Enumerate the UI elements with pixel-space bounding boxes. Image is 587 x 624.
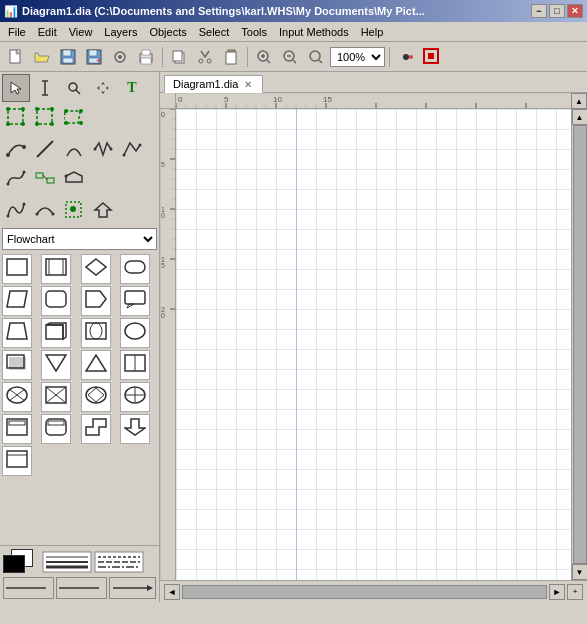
tool-extra2[interactable] xyxy=(31,196,59,224)
canvas-scroll[interactable] xyxy=(176,109,571,580)
menu-layers[interactable]: Layers xyxy=(98,24,143,40)
text-tool[interactable]: T xyxy=(118,74,146,102)
line-curve-tool[interactable] xyxy=(2,135,30,163)
polyline-tool[interactable] xyxy=(118,135,146,163)
shape-rounded-with-bar[interactable] xyxy=(41,414,71,444)
zigzag-tool[interactable] xyxy=(89,135,117,163)
select-tool[interactable] xyxy=(2,74,30,102)
tab-bar: Diagram1.dia ✕ xyxy=(160,72,587,93)
color-dot-button[interactable] xyxy=(394,45,418,69)
zoom-in-button[interactable] xyxy=(252,45,276,69)
zoom-out-button[interactable] xyxy=(278,45,302,69)
skew-tool[interactable] xyxy=(60,103,88,131)
line-end-none[interactable] xyxy=(56,577,107,599)
scroll-up-button[interactable]: ▲ xyxy=(572,109,588,125)
shape-rounded-rect[interactable] xyxy=(41,286,71,316)
scroll-track-h[interactable] xyxy=(182,585,547,599)
shape-triangle-up[interactable] xyxy=(81,350,111,380)
shape-trapezoid[interactable] xyxy=(2,318,32,348)
arc-tool[interactable] xyxy=(60,135,88,163)
menu-select[interactable]: Select xyxy=(193,24,236,40)
shape-stepped[interactable] xyxy=(81,414,111,444)
box-connector-tool[interactable] xyxy=(31,164,59,192)
shape-category-select[interactable]: Flowchart UML Network General xyxy=(2,228,157,250)
shape-rect-3d[interactable] xyxy=(41,318,71,348)
scroll-track-v[interactable] xyxy=(573,125,587,564)
menu-objects[interactable]: Objects xyxy=(143,24,192,40)
shape-ellipse-rect[interactable] xyxy=(81,318,111,348)
zoom-tool[interactable] xyxy=(60,74,88,102)
line-width-picker[interactable] xyxy=(42,551,92,573)
copy-button[interactable] xyxy=(167,45,191,69)
print-button[interactable] xyxy=(134,45,158,69)
shape-process[interactable] xyxy=(2,254,32,284)
shape-rect-shadow[interactable] xyxy=(2,350,32,380)
tool-extra4[interactable] xyxy=(89,196,117,224)
menu-input-methods[interactable]: Input Methods xyxy=(273,24,355,40)
background-color[interactable] xyxy=(3,555,25,573)
minimize-button[interactable]: − xyxy=(531,4,547,18)
shape-decision[interactable] xyxy=(81,254,111,284)
close-button[interactable]: ✕ xyxy=(567,4,583,18)
zoom-select[interactable]: 100% 50% 75% 150% 200% xyxy=(330,47,385,67)
line-tool[interactable] xyxy=(31,135,59,163)
scroll-left-button[interactable]: ◄ xyxy=(164,584,180,600)
menu-edit[interactable]: Edit xyxy=(32,24,63,40)
shape-callout[interactable] xyxy=(120,286,150,316)
bezier-tool[interactable] xyxy=(2,164,30,192)
shape-arrow-down[interactable] xyxy=(120,414,150,444)
shape-data[interactable] xyxy=(2,286,32,316)
open-button[interactable] xyxy=(30,45,54,69)
scroll-right-button[interactable]: ► xyxy=(549,584,565,600)
cut-button[interactable] xyxy=(193,45,217,69)
menu-view[interactable]: View xyxy=(63,24,99,40)
box-select-tool[interactable] xyxy=(2,103,30,131)
shape-x-circle[interactable] xyxy=(2,382,32,412)
shape-circle[interactable] xyxy=(120,318,150,348)
menu-tools[interactable]: Tools xyxy=(235,24,273,40)
shape-terminal[interactable] xyxy=(120,254,150,284)
text-cursor-tool[interactable] xyxy=(31,74,59,102)
menu-help[interactable]: Help xyxy=(355,24,390,40)
tool-extra3[interactable] xyxy=(60,196,88,224)
connector-tool[interactable] xyxy=(60,164,88,192)
snap-button[interactable] xyxy=(420,45,444,69)
line-start-none[interactable] xyxy=(3,577,54,599)
diagram-tab[interactable]: Diagram1.dia ✕ xyxy=(164,75,263,93)
shape-x-rect[interactable] xyxy=(41,382,71,412)
scroll-down-button[interactable]: ▼ xyxy=(572,564,588,580)
scroll-corner-button[interactable]: + xyxy=(567,584,583,600)
line-style-picker[interactable] xyxy=(94,551,144,573)
save-button[interactable] xyxy=(56,45,80,69)
shape-half-rect[interactable] xyxy=(120,350,150,380)
shape-pentagon[interactable] xyxy=(81,286,111,316)
svg-point-69 xyxy=(70,206,76,212)
shape-plus-circle[interactable] xyxy=(120,382,150,412)
shape-rect-with-bar[interactable] xyxy=(2,414,32,444)
shape-process2[interactable] xyxy=(41,254,71,284)
svg-rect-42 xyxy=(37,109,52,124)
svg-point-64 xyxy=(7,215,10,218)
shape-triangle-down[interactable] xyxy=(41,350,71,380)
tab-close-button[interactable]: ✕ xyxy=(242,78,254,90)
zoom-fit-button[interactable] xyxy=(304,45,328,69)
move-tool[interactable] xyxy=(89,74,117,102)
svg-point-99 xyxy=(86,387,106,403)
paste-button[interactable] xyxy=(219,45,243,69)
svg-rect-84 xyxy=(86,323,106,339)
save-as-button[interactable]: + xyxy=(82,45,106,69)
vertical-scrollbar: ▲ ▼ xyxy=(571,109,587,580)
menu-file[interactable]: File xyxy=(2,24,32,40)
preferences-button[interactable] xyxy=(108,45,132,69)
arrow-both[interactable] xyxy=(109,577,156,599)
svg-marker-90 xyxy=(86,355,106,371)
shape-diamond-circle[interactable] xyxy=(81,382,111,412)
rotate-tool[interactable] xyxy=(31,103,59,131)
ruler-scroll-up[interactable]: ▲ xyxy=(571,93,587,109)
tool-extra1[interactable] xyxy=(2,196,30,224)
maximize-button[interactable]: □ xyxy=(549,4,565,18)
window-controls: − □ ✕ xyxy=(531,4,583,18)
canvas-inner[interactable] xyxy=(176,109,571,580)
shape-single[interactable] xyxy=(2,446,32,476)
new-button[interactable] xyxy=(4,45,28,69)
